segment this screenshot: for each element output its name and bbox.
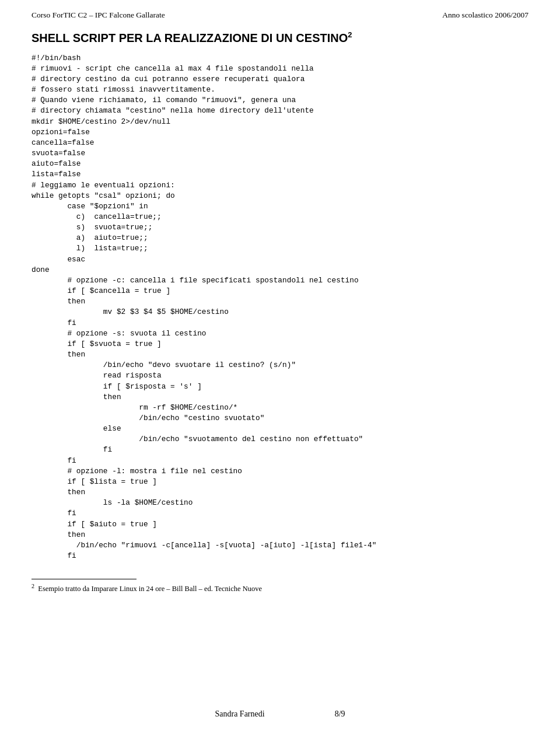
author-name: Sandra Farnedi [215,709,264,719]
page-header: Corso ForTIC C2 – IPC Falcone Gallarate … [32,11,528,20]
page-title: SHELL SCRIPT PER LA REALIZZAZIONE DI UN … [32,30,528,45]
footnote: 2 Esempio tratto da Imparare Linux in 24… [32,583,528,593]
code-block: #!/bin/bash # rimuovi - script che cance… [32,53,528,562]
page-number: 8/9 [335,709,345,719]
header-right: Anno scolastico 2006/2007 [442,11,528,20]
footnote-divider [32,579,136,579]
header-left: Corso ForTIC C2 – IPC Falcone Gallarate [32,11,165,20]
page-footer: Sandra Farnedi 8/9 [0,709,560,719]
